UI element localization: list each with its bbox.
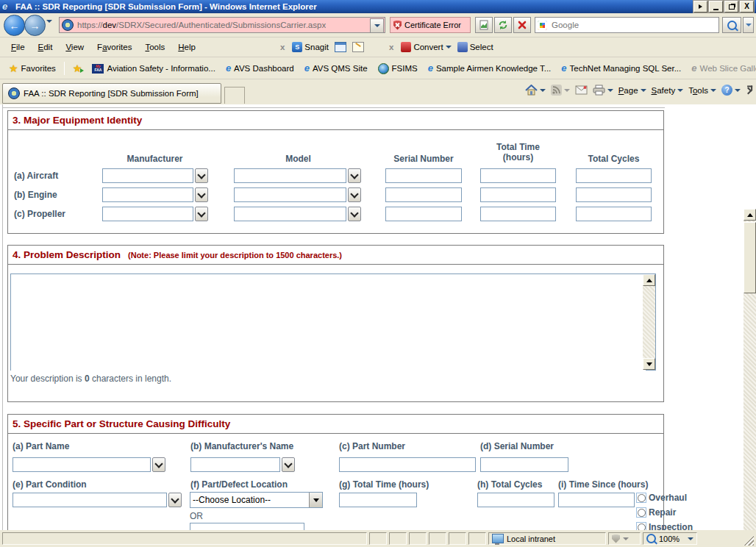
feeds-button[interactable] <box>551 85 570 96</box>
part-name-dropdown[interactable] <box>152 457 165 472</box>
favorite-item-fsims[interactable]: FSIMS <box>374 61 422 76</box>
address-field[interactable]: https://dev/SDRX/Secured/Authenticated/S… <box>59 17 385 33</box>
part-number-input[interactable] <box>339 457 476 472</box>
manufacturers-name-dropdown[interactable] <box>282 457 295 472</box>
part-total-cycles-input[interactable] <box>477 493 554 507</box>
radio-repair[interactable]: Repair <box>636 507 676 518</box>
propeller-model-dropdown[interactable] <box>348 207 361 221</box>
propeller-total-cycles-input[interactable] <box>576 207 652 221</box>
defect-location-other-input[interactable] <box>190 523 304 530</box>
engine-total-cycles-input[interactable] <box>576 187 652 202</box>
snagit-edit-button[interactable] <box>349 40 367 54</box>
aircraft-total-time-input[interactable] <box>480 168 556 183</box>
vertical-scrollbar[interactable] <box>743 209 756 530</box>
resize-grip[interactable] <box>743 535 754 546</box>
aircraft-model-dropdown[interactable] <box>348 168 361 183</box>
new-tab-stub[interactable] <box>224 87 245 104</box>
minimize-button[interactable] <box>709 1 723 12</box>
aircraft-manufacturer-input[interactable] <box>102 168 193 183</box>
engine-serial-input[interactable] <box>385 187 462 202</box>
menu-tools[interactable]: Tools <box>138 40 171 54</box>
serial-number-input[interactable] <box>480 457 568 472</box>
menu-view[interactable]: View <box>59 40 90 54</box>
radio-button-icon[interactable] <box>636 507 646 518</box>
favorite-item-avs-qms[interactable]: e AVS QMS Site <box>300 62 372 75</box>
recent-pages-dropdown[interactable] <box>46 23 52 32</box>
add-favorite-button[interactable]: ★ <box>68 61 87 76</box>
aircraft-model-input[interactable] <box>234 168 346 183</box>
select-dropdown-button[interactable] <box>309 493 322 507</box>
go-button[interactable] <box>475 17 493 33</box>
close-button[interactable]: X <box>740 1 754 12</box>
time-since-input[interactable] <box>558 493 635 507</box>
search-box[interactable] <box>535 17 719 33</box>
radio-button-icon[interactable] <box>636 493 646 503</box>
back-button[interactable]: ← <box>4 15 25 36</box>
engine-manufacturer-input[interactable] <box>102 187 193 202</box>
favorite-item-web-slice-gallery[interactable]: e Web Slice Gallery <box>687 62 756 75</box>
toolbar-overflow-button[interactable] <box>693 1 707 12</box>
read-mail-button[interactable] <box>575 85 588 95</box>
part-condition-input[interactable] <box>13 493 167 507</box>
propeller-serial-input[interactable] <box>385 207 462 221</box>
textarea-scrollbar[interactable] <box>643 274 655 370</box>
address-dropdown-button[interactable] <box>370 18 384 33</box>
convert-button[interactable]: Convert <box>398 40 454 54</box>
search-button[interactable] <box>722 17 741 33</box>
snagit-toolbar-close-button[interactable]: x <box>276 43 289 51</box>
tools-menu-button[interactable]: Tools <box>688 86 716 95</box>
stop-button[interactable] <box>513 17 531 33</box>
propeller-model-input[interactable] <box>234 207 346 221</box>
radio-overhaul[interactable]: Overhaul <box>636 493 687 503</box>
search-options-dropdown[interactable] <box>743 17 754 33</box>
safety-menu-button[interactable]: Safety <box>652 86 684 95</box>
overflow-chevron-icon[interactable] <box>746 87 753 93</box>
adobe-toolbar-close-button[interactable]: x <box>385 43 398 51</box>
part-name-input[interactable] <box>13 457 151 472</box>
aircraft-serial-input[interactable] <box>385 168 462 183</box>
scroll-down-button[interactable] <box>643 358 655 370</box>
restore-button[interactable] <box>724 1 738 12</box>
scroll-up-button[interactable] <box>643 274 655 286</box>
radio-button-icon[interactable] <box>636 522 646 530</box>
favorite-item-airmen-knowledge[interactable]: e Sample Airmen Knowledge T... <box>424 62 556 75</box>
menu-favorites[interactable]: Favorites <box>90 40 138 54</box>
part-condition-dropdown[interactable] <box>168 493 182 507</box>
radio-inspection[interactable]: Inspection <box>636 522 693 530</box>
print-button[interactable] <box>593 85 613 96</box>
search-input[interactable] <box>550 20 716 30</box>
engine-manufacturer-dropdown[interactable] <box>195 187 208 202</box>
select-button[interactable]: Select <box>454 40 496 54</box>
manufacturers-name-input[interactable] <box>190 457 280 472</box>
favorites-button[interactable]: ★ Favorites <box>4 61 60 76</box>
scroll-up-button[interactable] <box>743 209 756 221</box>
aircraft-manufacturer-dropdown[interactable] <box>195 168 208 183</box>
snagit-capture-window-button[interactable] <box>332 40 349 54</box>
snagit-button[interactable]: S Snagit <box>289 40 332 54</box>
favorite-item-technet-sql[interactable]: e TechNet Managing SQL Ser... <box>557 62 685 75</box>
help-menu-button[interactable]: ? <box>721 85 741 96</box>
menu-help[interactable]: Help <box>171 40 202 54</box>
engine-model-dropdown[interactable] <box>348 187 361 202</box>
protected-mode-button[interactable] <box>608 532 641 545</box>
propeller-manufacturer-input[interactable] <box>102 207 193 221</box>
menu-file[interactable]: File <box>4 40 32 54</box>
aircraft-total-cycles-input[interactable] <box>576 168 652 183</box>
scrollbar-thumb[interactable] <box>743 222 756 293</box>
favorite-item-aviation-safety[interactable]: MyFAA Aviation Safety - Informatio... <box>88 62 219 76</box>
tab-sdr-reporting[interactable]: FAA :: SDR Reporting [SDR Submission For… <box>2 83 221 104</box>
propeller-total-time-input[interactable] <box>480 207 556 221</box>
defect-location-select[interactable]: --Choose Location-- <box>190 492 323 508</box>
home-button[interactable] <box>525 85 546 96</box>
refresh-button[interactable] <box>494 17 512 33</box>
part-total-time-input[interactable] <box>339 493 417 507</box>
zoom-control[interactable]: 100% <box>643 532 697 545</box>
description-textarea[interactable] <box>11 274 646 373</box>
favorite-item-avs-dashboard[interactable]: e AVS Dashboard <box>221 62 299 75</box>
forward-button[interactable]: → <box>24 15 46 36</box>
page-menu-button[interactable]: Page <box>618 86 646 95</box>
engine-model-input[interactable] <box>234 187 346 202</box>
propeller-manufacturer-dropdown[interactable] <box>195 207 208 221</box>
menu-edit[interactable]: Edit <box>32 40 60 54</box>
certificate-error-badge[interactable]: Certificate Error <box>390 17 471 33</box>
